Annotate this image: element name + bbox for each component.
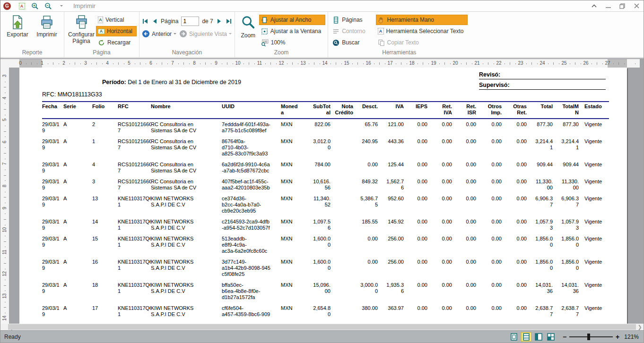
text-select-tool-icon[interactable]: A [17, 2, 26, 10]
next-page-icon[interactable] [216, 18, 223, 25]
table-cell: 0.00 [405, 119, 428, 136]
table-cell: 407f5bef-ac1f-455c- aaa2-42010803e35b [222, 176, 281, 193]
zoom-slider-thumb[interactable] [587, 334, 590, 340]
table-cell [331, 136, 354, 159]
minimize-button[interactable] [601, 0, 615, 11]
back-arrow-icon [142, 30, 150, 38]
zoom-out-minus-icon[interactable]: − [563, 334, 566, 340]
recargar-button[interactable]: Recargar [96, 37, 137, 48]
table-cell: 0.00 [354, 257, 379, 280]
ruler-number: 24 [540, 60, 545, 66]
ruler-number: 12 [278, 60, 284, 66]
table-cell: KNE110317Q6 1 [118, 280, 151, 303]
zoom-out-icon[interactable] [44, 2, 52, 10]
table-cell: 29/03/1 9 [42, 136, 63, 159]
ruler-number: 19 [431, 60, 436, 66]
column-header: Otras Ret. [503, 102, 528, 119]
single-page-view-button[interactable] [509, 332, 519, 342]
table-row: 29/03/1 9A15KNE110317Q6 1KIWI NETWORKS S… [42, 233, 609, 257]
table-cell: 0.00 [503, 136, 528, 159]
table-cell: MXN [281, 193, 303, 216]
scrollbar-thumb[interactable] [8, 324, 636, 330]
table-cell [331, 159, 354, 176]
ruler-number: 22 [496, 60, 501, 66]
zoom-in-plus-icon[interactable]: + [616, 334, 619, 340]
table-cell: KNE110317Q6 1 [118, 216, 151, 233]
table-cell: MXN [281, 176, 303, 193]
table-cell: 0.00 [428, 159, 453, 176]
ruler-margin-band [19, 59, 42, 68]
zoom-slider[interactable]: − + [563, 334, 619, 340]
zoom-100-button[interactable]: 100 100% [259, 37, 325, 48]
table-cell: 513eaddb- e8f9-4c9a- ac3a-6a2e0fc8c60c [222, 233, 281, 257]
paginas-button[interactable]: Páginas [331, 15, 369, 25]
exportar-button[interactable]: Exportar [3, 13, 32, 38]
zoom-button[interactable]: Zoom [237, 13, 259, 39]
table-cell: c2164593-2ca9-4dfb -a954-52c7d103057f [222, 216, 281, 233]
ajustar-a-la-ventana-button[interactable]: Ajustar a la Ventana [259, 26, 325, 36]
table-cell: 1,057.9 3 [528, 216, 554, 233]
siguiente-vista-button[interactable]: Siguiente Vista [179, 30, 232, 38]
table-cell: 363.97 [379, 303, 405, 320]
table-cell: 0.00 [477, 119, 503, 136]
last-page-icon[interactable] [226, 18, 232, 25]
imprimir-button[interactable]: Imprimir [32, 13, 61, 38]
herramienta-mano-button[interactable]: Herramienta Mano [376, 15, 468, 25]
table-cell: 2,638.7 7 [554, 303, 580, 320]
table-cell: 7eddda4f-601f-493a- a775-b1c5c089f8ef [222, 119, 281, 136]
outline-icon [332, 28, 339, 35]
table-cell: A [63, 280, 92, 303]
page-label: Página [161, 18, 178, 25]
anterior-dropdown-icon [174, 33, 176, 34]
qat-customize-icon[interactable] [57, 2, 66, 10]
contorno-button[interactable]: Contorno [331, 26, 369, 36]
page-number-input[interactable] [181, 17, 199, 26]
status-text: Ready [0, 334, 21, 340]
zoom-percentage: 121% [624, 334, 639, 340]
page-setup-icon [74, 15, 89, 30]
ajustar-al-ancho-button[interactable]: Ajustar al Ancho [259, 15, 325, 25]
configurar-pagina-button[interactable]: Configurar Página [67, 13, 96, 44]
anterior-button[interactable]: Anterior [142, 30, 176, 38]
multi-page-view-button[interactable] [546, 332, 556, 342]
fit-width-view-button[interactable] [521, 332, 531, 342]
report-viewer-window: G A Imprimir [0, 0, 644, 343]
table-cell: 909.44 [554, 159, 580, 176]
close-button[interactable] [629, 0, 644, 11]
table-cell: 0.00 [354, 233, 379, 257]
zoom-in-icon[interactable] [31, 2, 39, 10]
previous-page-icon[interactable] [151, 18, 158, 25]
column-header: IEPS [405, 102, 428, 119]
herramienta-seleccionar-texto-button[interactable]: A Herramienta Seleccionar Texto [376, 26, 468, 36]
copiar-texto-button[interactable]: Copiar Texto [376, 37, 468, 48]
group-label-zoom: Zoom [237, 49, 325, 57]
table-cell: 6,906.3 7 [528, 193, 554, 216]
ribbon-collapse-icon[interactable] [587, 0, 601, 11]
table-cell: KNE110317Q6 1 [118, 233, 151, 257]
two-page-view-button[interactable] [533, 332, 544, 342]
buscar-button[interactable]: Buscar [331, 37, 369, 48]
table-cell: A [63, 216, 92, 233]
table-cell: 0.00 [477, 193, 503, 216]
ruler-number: 0 [19, 60, 22, 66]
restore-button[interactable] [615, 0, 629, 11]
table-cell: 3d77c149- a1b4-42b9-8098-945 c5f08fe25 [222, 257, 281, 280]
first-page-icon[interactable] [142, 18, 148, 25]
printer-icon [39, 15, 54, 30]
table-cell: Vigente [580, 193, 609, 216]
horizontal-button[interactable]: A Horizontal [96, 26, 137, 36]
table-cell: 65.76 [354, 119, 379, 136]
table-cell: 0.00 [405, 193, 428, 216]
ruler-number: 20 [453, 60, 458, 66]
table-cell: 0.00 [453, 136, 477, 159]
ruler-number: 7 [171, 60, 174, 66]
table-cell: 0.00 [453, 233, 477, 257]
table-cell: 1,097.5 6 [303, 216, 331, 233]
table-cell: 1,856.0 0 [554, 233, 580, 257]
table-cell: 14,031. 36 [554, 280, 580, 303]
scroll-right-icon[interactable]: ❯ [636, 324, 644, 330]
horizontal-scrollbar[interactable]: ❮ ❯ [0, 324, 644, 330]
vertical-button[interactable]: A Vertical [96, 15, 137, 25]
table-cell: 0.00 [503, 257, 528, 280]
column-header: Moned a [281, 102, 303, 119]
